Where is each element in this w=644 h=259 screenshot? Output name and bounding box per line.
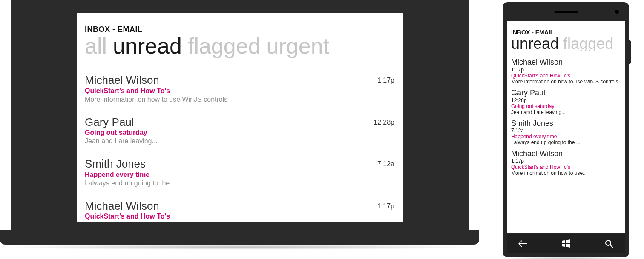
phone-earpiece <box>554 11 578 13</box>
list-item[interactable]: Michael Wilson 1:17p QuickStart's and Ho… <box>511 150 621 176</box>
svg-line-1 <box>610 245 613 248</box>
email-preview: I always end up going to the ... <box>85 179 177 187</box>
email-list: Michael Wilson 1:17p QuickStart's and Ho… <box>511 58 621 176</box>
email-subject: Happend every time <box>511 134 621 139</box>
list-item[interactable]: Michael Wilson QuickStart's and How To's… <box>85 70 394 112</box>
email-time: 1:17p <box>377 200 394 210</box>
email-time: 1:17p <box>377 74 394 84</box>
email-time: 12:28p <box>374 116 394 126</box>
email-subject: QuickStart's and How To's <box>511 73 621 79</box>
phone-camera <box>615 10 619 14</box>
email-sender: Gary Paul <box>511 89 621 97</box>
email-subject: Going out saturday <box>511 103 621 109</box>
list-item[interactable]: Gary Paul Going out saturday Jean and I … <box>85 112 394 154</box>
email-preview: More information on how to use WinJS con… <box>85 96 227 103</box>
pivot-tabs: unreadflagged <box>511 36 621 51</box>
email-subject: QuickStart's and How To's <box>511 164 621 170</box>
email-preview: More information on how to use... <box>85 221 186 222</box>
email-preview: Jean and I are leaving... <box>85 137 158 145</box>
phone-side-button <box>629 40 631 64</box>
svg-point-0 <box>606 240 611 245</box>
email-list: Michael Wilson QuickStart's and How To's… <box>85 70 394 222</box>
windows-icon <box>562 239 570 248</box>
tablet-screen: INBOX - EMAIL allunreadflaggedurgent Mic… <box>77 13 403 222</box>
email-sender: Michael Wilson <box>85 200 186 212</box>
list-item[interactable]: Gary Paul 12:28p Going out saturday Jean… <box>511 89 621 115</box>
tab-flagged[interactable]: flagged <box>188 34 261 58</box>
email-subject: Happend every time <box>85 171 177 179</box>
search-button[interactable] <box>603 237 615 250</box>
list-item[interactable]: Michael Wilson 1:17p QuickStart's and Ho… <box>511 58 621 85</box>
email-preview: More information on how to use WinJS con… <box>511 79 621 85</box>
email-preview: Jean and I are leaving... <box>511 109 621 115</box>
email-sender: Smith Jones <box>85 158 177 170</box>
email-time: 1:17p <box>511 67 621 73</box>
pivot-tabs: allunreadflaggedurgent <box>85 35 394 57</box>
email-sender: Smith Jones <box>511 120 621 128</box>
email-subject: QuickStart's and How To's <box>85 87 227 95</box>
page-title: INBOX - EMAIL <box>511 29 621 36</box>
phone-shadow <box>498 256 633 259</box>
search-icon <box>605 239 613 248</box>
tab-flagged[interactable]: flagged <box>563 36 613 51</box>
email-time: 7:12a <box>377 158 394 168</box>
email-preview: More information on how to use... <box>511 170 621 176</box>
email-sender: Gary Paul <box>85 116 158 128</box>
back-button[interactable] <box>516 237 529 250</box>
phone-screen: INBOX - EMAIL unreadflagged Michael Wils… <box>507 21 625 233</box>
email-sender: Michael Wilson <box>511 58 621 67</box>
list-item[interactable]: Smith Jones Happend every time I always … <box>85 154 394 196</box>
email-sender: Michael Wilson <box>85 74 227 86</box>
tablet-base <box>0 230 479 245</box>
phone-device: INBOX - EMAIL unreadflagged Michael Wils… <box>503 2 629 257</box>
email-subject: QuickStart's and How To's <box>85 213 186 220</box>
phone-nav-bar <box>507 234 625 253</box>
email-sender: Michael Wilson <box>511 150 621 158</box>
email-time: 7:12a <box>511 128 621 134</box>
page-title: INBOX - EMAIL <box>85 25 394 34</box>
start-button[interactable] <box>560 237 572 250</box>
email-time: 12:28p <box>511 97 621 103</box>
tablet-shadow <box>0 245 479 250</box>
list-item[interactable]: Smith Jones 7:12a Happend every time I a… <box>511 120 621 146</box>
tab-urgent[interactable]: urgent <box>267 34 329 58</box>
email-time: 1:17p <box>511 158 621 164</box>
email-subject: Going out saturday <box>85 129 158 137</box>
tablet-device: INBOX - EMAIL allunreadflaggedurgent Mic… <box>11 0 469 249</box>
email-preview: I always end up going to the ... <box>511 139 621 145</box>
tab-all[interactable]: all <box>85 34 107 58</box>
list-item[interactable]: Michael Wilson QuickStart's and How To's… <box>85 196 394 222</box>
tab-unread[interactable]: unread <box>113 34 182 58</box>
back-arrow-icon <box>518 240 527 247</box>
tab-unread[interactable]: unread <box>511 36 559 51</box>
